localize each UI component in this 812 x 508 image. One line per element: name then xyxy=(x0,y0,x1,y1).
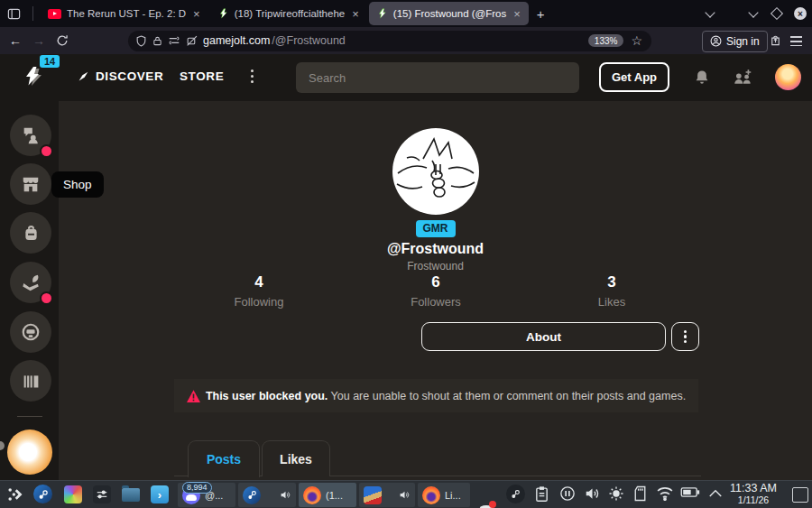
profile-avatar[interactable] xyxy=(392,128,479,215)
nav-store[interactable]: STORE xyxy=(180,69,224,83)
taskbar-window-firefox-active[interactable]: (1... xyxy=(299,483,356,507)
sidebar-library-button[interactable] xyxy=(10,360,51,402)
nav-more-menu[interactable] xyxy=(251,69,254,83)
taskbar-window-chat[interactable]: 8,994 @... xyxy=(178,483,235,507)
firefox-view-icon[interactable] xyxy=(0,2,27,25)
browser-tab-gamejolt-active[interactable]: (15) Frostwound (@Fros × xyxy=(369,2,529,25)
search-input[interactable] xyxy=(296,62,579,93)
file-manager-icon[interactable] xyxy=(122,488,140,502)
sidebar-chat-button[interactable] xyxy=(10,115,51,156)
show-desktop-button[interactable] xyxy=(792,487,808,503)
notifications-bell-icon[interactable] xyxy=(694,69,710,86)
stat-label: Likes xyxy=(540,295,684,309)
list-all-tabs-button[interactable] xyxy=(698,0,722,27)
taskbar-window-game[interactable] xyxy=(359,483,415,507)
gamejolt-logo-icon[interactable] xyxy=(23,64,45,89)
clock-date: 1/11/26 xyxy=(722,495,785,506)
window-label: Li... xyxy=(445,490,461,501)
library-icon xyxy=(22,372,41,391)
stat-label: Followers xyxy=(364,295,508,309)
game-sprite-icon xyxy=(364,486,382,504)
stat-likes[interactable]: 3 Likes xyxy=(540,273,684,309)
tab-title: (15) Frostwound (@Fros xyxy=(393,8,506,19)
sketch-drawing xyxy=(392,128,479,215)
quest-hand-icon xyxy=(21,272,42,292)
chevron-down-icon xyxy=(705,7,715,17)
user-avatar[interactable] xyxy=(775,64,801,90)
sidebar-user-avatar[interactable] xyxy=(7,429,52,475)
blocked-title: This user blocked you. xyxy=(206,390,328,402)
sidebar-bot-button[interactable] xyxy=(10,311,51,353)
sidebar-backpack-button[interactable] xyxy=(10,212,51,254)
discord-tray-icon[interactable] xyxy=(476,501,496,508)
app-launcher-icon[interactable] xyxy=(6,485,24,503)
notification-dot xyxy=(40,144,53,158)
clipboard-tray-icon[interactable] xyxy=(534,485,549,503)
sd-card-tray-icon[interactable] xyxy=(633,485,647,502)
brightness-tray-icon[interactable] xyxy=(608,485,624,502)
import-icon[interactable] xyxy=(769,32,782,47)
stat-followers[interactable]: 6 Followers xyxy=(364,273,508,309)
divider xyxy=(17,416,42,417)
window-label: (1... xyxy=(326,490,343,501)
tab-posts[interactable]: Posts xyxy=(188,440,260,477)
tab-close-icon[interactable]: × xyxy=(513,7,521,21)
wifi-tray-icon[interactable] xyxy=(656,485,674,501)
minimize-button[interactable] xyxy=(742,0,765,27)
back-button[interactable]: ← xyxy=(4,33,27,48)
discover-store-icon[interactable]: › xyxy=(151,485,169,503)
maximize-button[interactable] xyxy=(765,0,789,27)
sidebar-quests-button[interactable] xyxy=(10,262,51,303)
stat-value: 3 xyxy=(540,273,684,291)
taskbar-window-steam[interactable] xyxy=(238,483,296,507)
media-pause-tray-icon[interactable] xyxy=(559,485,576,502)
backpack-icon xyxy=(22,223,41,243)
forward-button[interactable]: → xyxy=(27,33,51,48)
tab-likes[interactable]: Likes xyxy=(262,440,330,476)
friends-icon[interactable] xyxy=(733,69,752,87)
chat-user-icon xyxy=(21,125,41,145)
url-bar[interactable]: gamejolt.com/@Frostwound 133% ☆ xyxy=(128,31,651,51)
stat-following[interactable]: 4 Following xyxy=(187,273,331,309)
close-window-button[interactable]: × xyxy=(789,0,812,27)
battery-tray-icon[interactable] xyxy=(680,485,700,499)
nav-discover[interactable]: DISCOVER xyxy=(78,69,163,83)
steam-tray-icon[interactable] xyxy=(506,485,525,503)
clock-time: 11:33 AM xyxy=(722,483,785,495)
get-app-button[interactable]: Get App xyxy=(599,62,669,92)
shop-tooltip-label: Shop xyxy=(63,178,92,191)
prism-launcher-icon[interactable] xyxy=(64,485,82,503)
about-button[interactable]: About xyxy=(421,322,666,351)
kebab-icon xyxy=(684,330,687,344)
lock-icon[interactable] xyxy=(152,35,162,47)
menu-hamburger-icon[interactable] xyxy=(790,36,802,46)
diamond-icon xyxy=(770,7,783,20)
steam-launcher-icon[interactable] xyxy=(33,485,52,503)
browser-tab-gamejolt-1[interactable]: (18) Tripwireoffcialthehe × xyxy=(210,2,367,25)
settings-sliders-icon[interactable] xyxy=(93,485,111,503)
sign-in-button[interactable]: Sign in xyxy=(702,31,768,52)
taskbar-clock[interactable]: 11:33 AM 1/11/26 xyxy=(722,483,785,505)
badge-row: GMR xyxy=(59,219,812,237)
tab-close-icon[interactable]: × xyxy=(193,7,200,21)
tab-close-icon[interactable]: × xyxy=(352,7,359,21)
reload-button[interactable] xyxy=(51,34,74,47)
volume-tray-icon[interactable] xyxy=(584,485,601,502)
shield-icon[interactable] xyxy=(135,35,147,47)
taskbar-window-firefox-2[interactable]: Li... xyxy=(418,483,470,507)
sidebar-shop-button[interactable] xyxy=(10,163,51,205)
blocked-permission-icon[interactable] xyxy=(186,35,198,47)
browser-tab-youtube[interactable]: The Rerun UST - Ep. 2: D × xyxy=(40,2,208,25)
profile-more-button[interactable] xyxy=(671,322,699,351)
url-path: /@Frostwound xyxy=(272,34,345,47)
youtube-favicon-icon xyxy=(48,9,61,19)
bookmark-star-icon[interactable]: ☆ xyxy=(631,33,642,48)
zoom-level-badge[interactable]: 133% xyxy=(588,34,624,47)
tray-expand-chevron-icon[interactable] xyxy=(708,488,723,498)
get-app-label: Get App xyxy=(612,70,657,84)
permissions-toggle-icon[interactable] xyxy=(168,35,180,46)
profile-display-name: Frostwound xyxy=(59,260,812,272)
browser-tab-bar: The Rerun UST - Ep. 2: D × (18) Tripwire… xyxy=(0,0,812,27)
new-tab-button[interactable]: + xyxy=(530,6,552,22)
tab-likes-label: Likes xyxy=(280,452,312,466)
